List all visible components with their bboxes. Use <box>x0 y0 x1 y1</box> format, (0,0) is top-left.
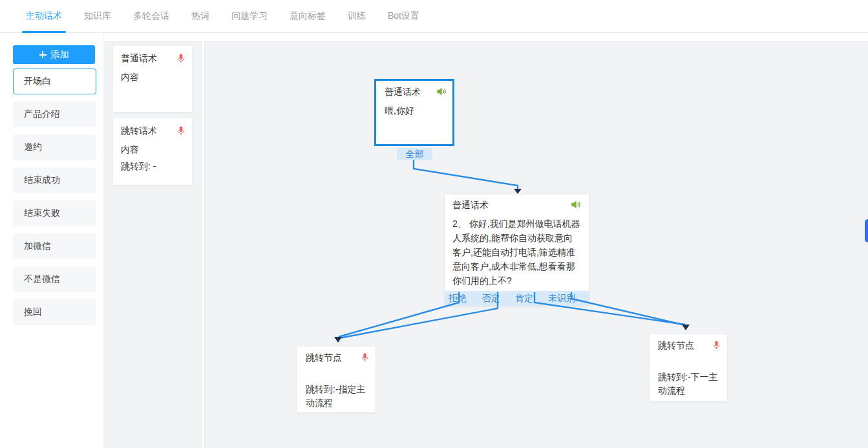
add-flow-label: 添加 <box>51 49 69 61</box>
node-body-text: 2、 你好,我们是郑州做电话机器人系统的,能帮你自动获取意向客户,还能自动打电话… <box>452 217 581 288</box>
tab-bot-settings[interactable]: Bot设置 <box>388 0 419 33</box>
flow-list: 开场白 产品介绍 邀约 结束成功 结束失败 加微信 不是微信 挽回 <box>13 69 103 325</box>
mic-icon <box>361 352 369 363</box>
node-jump-specified-flow[interactable]: 跳转节点 跳转到:-指定主动流程 <box>297 347 376 412</box>
flow-item-not-wechat[interactable]: 不是微信 <box>13 266 96 292</box>
node-title: 普通话术 <box>452 200 489 211</box>
node-body-text: 跳转到:-下一主动流程 <box>658 370 721 398</box>
flow-item-end-success[interactable]: 结束成功 <box>13 167 96 193</box>
call-bot-script-editor: 主动话术 知识库 多轮会话 热词 问题学习 意向标签 训练 Bot设置 添加 开… <box>0 0 868 448</box>
flow-sidebar: 添加 开场白 产品介绍 邀约 结束成功 结束失败 加微信 不是微信 挽回 <box>0 33 103 448</box>
mic-icon <box>176 53 185 65</box>
flow-item-opening[interactable]: 开场白 <box>13 69 96 94</box>
speaker-icon[interactable] <box>436 87 447 96</box>
mic-icon <box>176 125 185 137</box>
tab-hot-words[interactable]: 热词 <box>191 0 209 33</box>
node-main-pitch-script[interactable]: 普通话术 2、 你好,我们是郑州做电话机器人系统的,能帮你自动获取意向客户,还能… <box>445 195 589 306</box>
plus-icon <box>39 51 47 58</box>
node-palette: 普通话术 内容 跳转话术 内容 跳转到: - <box>104 41 202 448</box>
palette-card-normal-script[interactable]: 普通话术 内容 <box>113 46 192 112</box>
branch-tag-all[interactable]: 全部 <box>397 148 432 160</box>
add-flow-button[interactable]: 添加 <box>13 45 95 64</box>
node-title: 跳转节点 <box>658 340 694 352</box>
palette-card-content-line: 内容 <box>121 144 185 156</box>
branch-tag-reject[interactable]: 拒绝 <box>446 293 469 304</box>
tab-intent-labels[interactable]: 意向标签 <box>290 0 326 33</box>
palette-card-jump-script[interactable]: 跳转话术 内容 跳转到: - <box>113 118 192 185</box>
flow-item-product-intro[interactable]: 产品介绍 <box>13 101 96 127</box>
tab-knowledge-base[interactable]: 知识库 <box>84 0 111 33</box>
top-nav-tabs: 主动话术 知识库 多轮会话 热词 问题学习 意向标签 训练 Bot设置 <box>0 0 868 33</box>
branch-tag-strip: 拒绝 否定 肯定 未识别... <box>445 291 589 306</box>
flow-item-invite[interactable]: 邀约 <box>13 134 96 160</box>
tab-training[interactable]: 训练 <box>348 0 366 33</box>
branch-tag-unrecognized[interactable]: 未识别... <box>545 293 586 304</box>
right-drawer-handle[interactable] <box>865 219 868 242</box>
node-body-text: 跳转到:-指定主动流程 <box>306 383 369 410</box>
tab-multi-turn[interactable]: 多轮会话 <box>133 0 169 33</box>
node-body-text: 喂,你好 <box>385 104 447 118</box>
mic-icon <box>712 340 721 351</box>
branch-tag-affirm[interactable]: 肯定 <box>513 293 536 304</box>
flow-item-win-back[interactable]: 挽回 <box>13 299 96 325</box>
palette-card-title: 跳转话术 <box>121 125 157 137</box>
flow-item-end-fail[interactable]: 结束失败 <box>13 200 96 226</box>
branch-tag-negative[interactable]: 否定 <box>479 293 502 304</box>
speaker-icon[interactable] <box>571 200 581 209</box>
flow-canvas[interactable]: 普通话术 喂,你好 全部 普通话术 2、 你好,我们是郑州做电话机器人系统的,能… <box>204 41 868 448</box>
node-jump-next-flow[interactable]: 跳转节点 跳转到:-下一主动流程 <box>650 334 727 401</box>
flow-item-add-wechat[interactable]: 加微信 <box>13 233 96 259</box>
node-title: 普通话术 <box>385 87 421 98</box>
node-title: 跳转节点 <box>306 352 342 364</box>
palette-card-content-line: 内容 <box>121 72 185 83</box>
palette-card-jump-line: 跳转到: - <box>121 161 185 173</box>
node-opening-script[interactable]: 普通话术 喂,你好 <box>374 79 454 146</box>
tab-active-script[interactable]: 主动话术 <box>26 0 62 33</box>
tab-question-learning[interactable]: 问题学习 <box>231 0 268 33</box>
palette-card-title: 普通话术 <box>121 53 157 65</box>
